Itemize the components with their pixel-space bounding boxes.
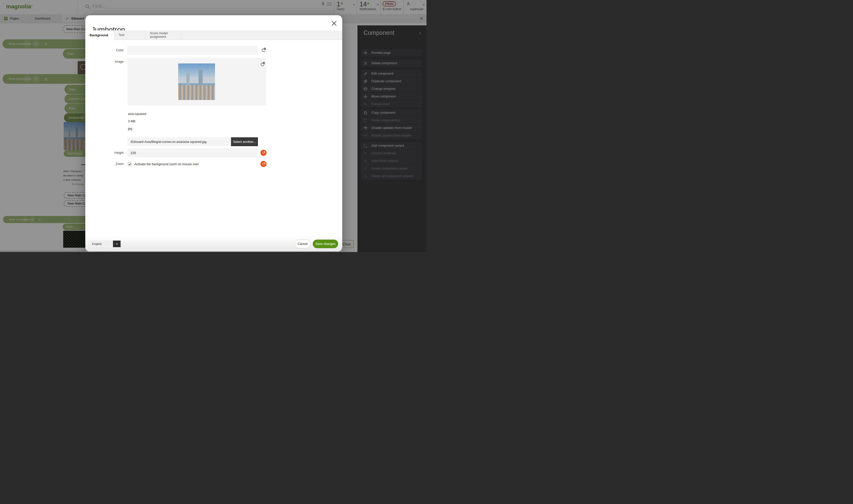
save-changes-label: Save changes xyxy=(315,242,335,246)
reset-lock-icon[interactable] xyxy=(260,62,265,67)
far-city xyxy=(178,77,215,84)
chevron-down-icon xyxy=(115,242,119,246)
file-size: 3 MB xyxy=(128,120,135,123)
cancel-button[interactable]: Cancel xyxy=(295,239,310,248)
reset-lock-icon xyxy=(262,162,266,166)
language-dropdown-button[interactable] xyxy=(113,240,121,247)
zoom-checkbox[interactable] xyxy=(128,162,132,166)
reset-lock-icon[interactable] xyxy=(261,48,266,53)
height-value: 225 xyxy=(130,151,136,155)
reset-lock-icon xyxy=(262,151,266,155)
color-field-label: Color xyxy=(85,49,124,52)
language-select[interactable]: English xyxy=(90,240,113,247)
color-input[interactable] xyxy=(127,46,258,55)
front-buildings xyxy=(178,85,215,100)
dialog-tab-bar: Background Text Score model assignment xyxy=(85,31,342,40)
image-thumbnail[interactable] xyxy=(178,64,215,100)
modified-reset-badge[interactable] xyxy=(261,150,267,156)
tab-background-label: Background xyxy=(90,34,108,37)
tab-text-label: Text xyxy=(119,33,124,37)
tab-background[interactable]: Background xyxy=(85,31,114,40)
tower xyxy=(186,73,190,87)
check-icon xyxy=(128,163,131,166)
file-type: jpg xyxy=(128,127,132,130)
jumbotron-dialog: Jumbotron Background Text Score model as… xyxy=(85,15,342,252)
select-another-label: Select another... xyxy=(233,140,256,144)
zoom-field-label: Zoom xyxy=(85,162,124,166)
height-field-label: Height xyxy=(85,151,124,155)
asset-path-value: /Edouard-Asia/Blog/el-comes-to-asia/asia… xyxy=(130,140,207,144)
image-field-label: Image xyxy=(85,60,124,64)
language-value: English xyxy=(92,242,102,246)
save-changes-button[interactable]: Save changes xyxy=(313,239,338,248)
asset-path-input[interactable]: /Edouard-Asia/Blog/el-comes-to-asia/asia… xyxy=(127,137,231,146)
height-input[interactable]: 225 xyxy=(127,148,258,157)
tab-text[interactable]: Text xyxy=(114,31,145,40)
select-another-button[interactable]: Select another... xyxy=(231,137,258,146)
tab-score-label: Score model assignment xyxy=(150,32,181,39)
screen: magnolia® Find... 1 Tasks 14 Notificatio… xyxy=(0,0,427,252)
cancel-label: Cancel xyxy=(298,242,308,246)
tab-score-model-assignment[interactable]: Score model assignment xyxy=(145,31,181,40)
file-name: asia-squared xyxy=(128,112,146,116)
zoom-checkbox-label: Activate the background zoom on mouse ov… xyxy=(134,162,199,166)
image-upload-panel[interactable] xyxy=(127,58,266,106)
close-icon[interactable] xyxy=(331,20,337,26)
tab-bar-filler xyxy=(181,31,342,40)
modified-reset-badge[interactable] xyxy=(261,161,267,167)
tower xyxy=(198,70,202,86)
